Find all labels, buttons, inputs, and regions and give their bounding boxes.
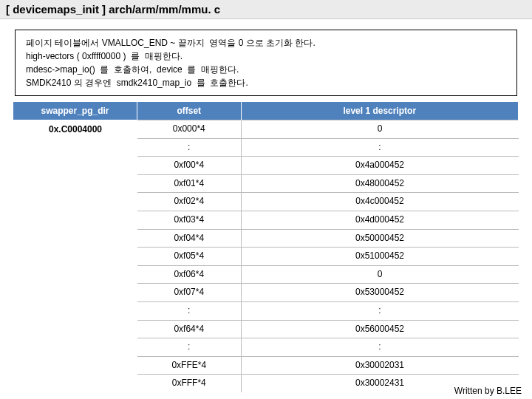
desc-cell: 0x4c000452 (241, 193, 519, 211)
offset-cell: 0xf06*4 (137, 265, 241, 284)
descriptor-header: level 1 descriptor (241, 102, 519, 120)
desc-cell: 0 (241, 265, 519, 284)
offset-cell: 0xFFE*4 (137, 356, 241, 375)
descriptor-table: offset level 1 descriptor 0x000*40 :: 0x… (137, 102, 519, 392)
desc-line-3: mdesc->map_io() 를 호출하여, device 를 매핑한다. (26, 63, 506, 76)
offset-cell: : (137, 301, 241, 320)
left-column: swapper_pg_dir 0x.C0004000 (13, 102, 137, 392)
table-row: 0xf07*40x53000452 (137, 284, 519, 302)
table-row: :: (137, 301, 519, 320)
desc-cell: 0x4a000452 (241, 157, 519, 175)
offset-cell: 0xf07*4 (137, 284, 241, 302)
offset-cell: 0x000*4 (137, 120, 241, 139)
offset-header: offset (137, 102, 241, 120)
offset-cell: 0xf02*4 (137, 193, 241, 211)
table-row: 0xf01*40x48000452 (137, 174, 519, 193)
desc-line-4: SMDK2410 의 경우엔 smdk2410_map_io 를 호출한다. (26, 76, 506, 89)
desc-cell: 0 (241, 120, 519, 139)
desc-line-1: 페이지 테이블에서 VMALLOC_END ~ 끝까지 영역을 0 으로 초기화… (26, 36, 506, 50)
table-row: 0xf64*40x56000452 (137, 320, 519, 338)
offset-cell: 0xFFF*4 (137, 375, 241, 392)
offset-cell: 0xf01*4 (137, 174, 241, 193)
desc-cell: : (241, 338, 519, 357)
offset-cell: 0xf05*4 (137, 248, 241, 266)
table-row: 0x000*40 (137, 120, 519, 139)
desc-cell: 0x56000452 (241, 320, 519, 338)
table-row: 0xf03*40x4d000452 (137, 211, 519, 229)
left-header: swapper_pg_dir (13, 102, 137, 120)
right-column: offset level 1 descriptor 0x000*40 :: 0x… (137, 102, 519, 392)
offset-cell: 0xf04*4 (137, 229, 241, 248)
offset-cell: 0xf64*4 (137, 320, 241, 338)
desc-line-2: high-vectors ( 0xffff0000 ) 를 매핑한다. (26, 50, 506, 63)
footer-credit: Written by B.LEE (454, 386, 522, 396)
table-row: 0xf02*40x4c000452 (137, 193, 519, 211)
offset-cell: : (137, 138, 241, 157)
desc-cell: : (241, 138, 519, 157)
table-row: 0xf04*40x50000452 (137, 229, 519, 248)
desc-cell: 0x30002031 (241, 356, 519, 375)
table-row: 0xf00*40x4a000452 (137, 157, 519, 175)
desc-cell: 0x50000452 (241, 229, 519, 248)
table-row: 0xFFE*40x30002031 (137, 356, 519, 375)
desc-cell: 0x53000452 (241, 284, 519, 302)
desc-cell: : (241, 301, 519, 320)
table-row: 0xf05*40x51000452 (137, 248, 519, 266)
content-area: swapper_pg_dir 0x.C0004000 offset level … (13, 102, 519, 392)
desc-cell: 0x4d000452 (241, 211, 519, 229)
table-row: 0xf06*40 (137, 265, 519, 284)
offset-cell: 0xf00*4 (137, 157, 241, 175)
offset-cell: : (137, 338, 241, 357)
table-row: :: (137, 138, 519, 157)
offset-cell: 0xf03*4 (137, 211, 241, 229)
desc-cell: 0x48000452 (241, 174, 519, 193)
page-title: [ devicemaps_init ] arch/arm/mm/mmu. c (0, 0, 532, 19)
table-row: :: (137, 338, 519, 357)
description-box: 페이지 테이블에서 VMALLOC_END ~ 끝까지 영역을 0 으로 초기화… (15, 30, 517, 96)
address-label: 0x.C0004000 (13, 120, 137, 139)
desc-cell: 0x51000452 (241, 248, 519, 266)
